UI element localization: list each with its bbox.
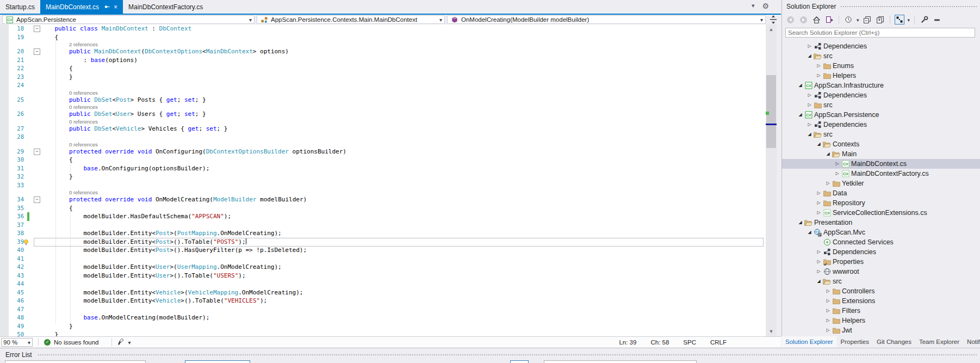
expand-arrow-icon[interactable]: [815, 257, 822, 267]
codelens-references[interactable]: 0 references: [69, 141, 98, 147]
tree-item-contexts[interactable]: Contexts: [782, 139, 980, 149]
preview-selected-items-icon[interactable]: [932, 15, 942, 24]
code-line-25[interactable]: 25 public DbSet<Post> Posts { get; set; …: [0, 96, 766, 104]
codelens-row[interactable]: 0 references: [0, 119, 766, 125]
collapse-arrow-icon[interactable]: [815, 139, 822, 149]
code-line-19[interactable]: 19 {: [0, 33, 766, 42]
code-line-30[interactable]: 30 {: [0, 156, 766, 164]
tree-item-maindbcontextfactory-cs[interactable]: C#MainDbContextFactory.cs: [782, 169, 980, 179]
collapse-arrow-icon[interactable]: [806, 130, 813, 139]
tree-item-dependencies[interactable]: Dependencies: [782, 247, 980, 257]
fold-collapse-box[interactable]: [34, 26, 40, 32]
tree-item-data[interactable]: Data: [782, 188, 980, 198]
tree-item-appscan-mvc[interactable]: AppScan.Mvc: [782, 227, 980, 237]
tool-tab-notifi[interactable]: Notifi: [963, 336, 980, 347]
error-filter-toggle[interactable]: [510, 360, 529, 363]
tree-item-src[interactable]: src: [782, 276, 980, 286]
expand-arrow-icon[interactable]: [824, 286, 832, 296]
error-filter-button[interactable]: [185, 360, 250, 363]
tree-item-helpers[interactable]: Helpers: [782, 71, 980, 81]
code-line-50[interactable]: 50 }: [0, 330, 766, 336]
expand-arrow-icon[interactable]: [834, 159, 841, 169]
code-line-48[interactable]: 48 base.OnModelCreating(modelBuilder);: [0, 313, 766, 322]
fold-collapse-box[interactable]: [34, 149, 40, 155]
codelens-row[interactable]: 0 references: [0, 104, 766, 110]
expand-arrow-icon[interactable]: [824, 316, 832, 325]
member-dropdown[interactable]: OnModelCreating(ModelBuilder modelBuilde…: [447, 15, 766, 24]
tree-item-controllers[interactable]: Controllers: [782, 286, 980, 296]
collapse-arrow-icon[interactable]: [797, 81, 804, 90]
collapse-arrow-icon[interactable]: [797, 218, 804, 227]
expand-arrow-icon[interactable]: [815, 267, 822, 276]
code-line-31[interactable]: 31 base.OnConfiguring(optionsBuilder);: [0, 164, 766, 173]
sync-with-active-document-icon[interactable]: [876, 15, 885, 24]
tree-item-dependencies[interactable]: Dependencies: [782, 90, 980, 100]
tree-item-repository[interactable]: Repository: [782, 198, 980, 208]
chevron-down-icon[interactable]: [908, 16, 910, 23]
window-options-gear-icon[interactable]: [762, 2, 770, 10]
scroll-down-icon[interactable]: [766, 328, 777, 335]
code-line-41[interactable]: 41: [0, 255, 766, 263]
code-line-22[interactable]: 22 {: [0, 64, 766, 73]
tree-item-filters[interactable]: Filters: [782, 306, 980, 316]
solution-explorer-title-bar[interactable]: Solution Explorer: [782, 0, 980, 13]
tree-item-properties[interactable]: Properties: [782, 257, 980, 267]
codelens-references[interactable]: 0 references: [69, 104, 98, 110]
collapse-all-icon[interactable]: [863, 15, 872, 24]
tool-tab-solution-explorer[interactable]: Solution Explorer: [781, 336, 837, 347]
codelens-references[interactable]: 0 references: [69, 119, 98, 125]
code-line-27[interactable]: 27 public DbSet<Vehicle> Vehicles { get;…: [0, 125, 766, 133]
tree-item-src[interactable]: src: [782, 100, 980, 110]
expand-arrow-icon[interactable]: [815, 247, 822, 257]
fold-collapse-box[interactable]: [34, 196, 40, 203]
home-icon[interactable]: [811, 15, 821, 24]
search-input[interactable]: [785, 28, 975, 38]
quick-actions-lightbulb-icon[interactable]: [23, 239, 29, 247]
tool-tab-properties[interactable]: Properties: [837, 336, 873, 347]
tree-item-extensions[interactable]: Extensions: [782, 296, 980, 306]
expand-arrow-icon[interactable]: [815, 198, 822, 208]
expand-arrow-icon[interactable]: [815, 61, 822, 71]
close-icon[interactable]: ×: [114, 4, 117, 10]
zoom-level-combo[interactable]: 90 %: [1, 338, 33, 347]
collapse-arrow-icon[interactable]: [806, 227, 813, 237]
code-line-18[interactable]: 18 public class MainDbContext : DbContex…: [0, 24, 766, 33]
fold-collapse-box[interactable]: [34, 48, 40, 55]
tree-item-maindbcontext-cs[interactable]: C#MainDbContext.cs: [782, 159, 980, 169]
expand-arrow-icon[interactable]: [824, 325, 832, 335]
expand-arrow-icon[interactable]: [806, 100, 813, 110]
codelens-row[interactable]: 2 references: [0, 41, 766, 47]
tree-item-appscan-infrastructure[interactable]: C#AppScan.Infrastructure: [782, 81, 980, 90]
expand-arrow-icon[interactable]: [824, 296, 832, 306]
show-all-files-icon[interactable]: [895, 15, 904, 24]
code-line-42[interactable]: 42 modelBuilder.Entity<User>(UserMapping…: [0, 263, 766, 272]
project-scope-dropdown[interactable]: C# AppScan.Persistence: [2, 15, 255, 24]
tree-item-jwt[interactable]: Jwt: [782, 325, 980, 335]
tree-item-yetkiler[interactable]: Yetkiler: [782, 179, 980, 188]
code-editor[interactable]: 18 public class MainDbContext : DbContex…: [0, 24, 766, 336]
code-line-49[interactable]: 49 }: [0, 322, 766, 331]
code-line-37[interactable]: 37: [0, 221, 766, 230]
code-line-35[interactable]: 35 {: [0, 204, 766, 213]
codelens-references[interactable]: 0 references: [69, 90, 98, 96]
codelens-row[interactable]: 0 references: [0, 141, 766, 147]
code-line-26[interactable]: 26 public DbSet<User> Users { get; set; …: [0, 110, 766, 119]
scroll-up-icon[interactable]: [766, 26, 777, 33]
error-list-title-bar[interactable]: Error List: [0, 349, 980, 360]
code-line-45[interactable]: 45 modelBuilder.Entity<Vehicle>(VehicleM…: [0, 288, 766, 297]
tree-item-main[interactable]: Main: [782, 149, 980, 159]
expand-arrow-icon[interactable]: [815, 71, 822, 81]
document-list-dropdown-icon[interactable]: [752, 2, 755, 10]
code-line-34[interactable]: 34 protected override void OnModelCreati…: [0, 195, 766, 204]
editor-vertical-scrollbar[interactable]: [766, 24, 777, 336]
switch-views-icon[interactable]: [824, 15, 834, 24]
collapse-arrow-icon[interactable]: [806, 51, 813, 61]
tree-item-dependencies[interactable]: Dependencies: [782, 41, 980, 51]
back-icon[interactable]: [785, 15, 795, 24]
code-cleanup-button[interactable]: [117, 338, 131, 347]
file-tab-maindbcontext-cs[interactable]: MainDbContext.cs×: [40, 0, 123, 14]
expand-arrow-icon[interactable]: [806, 90, 813, 100]
tool-tab-git-changes[interactable]: Git Changes: [873, 336, 915, 347]
chevron-down-icon[interactable]: [857, 16, 859, 23]
collapse-arrow-icon[interactable]: [824, 149, 832, 159]
